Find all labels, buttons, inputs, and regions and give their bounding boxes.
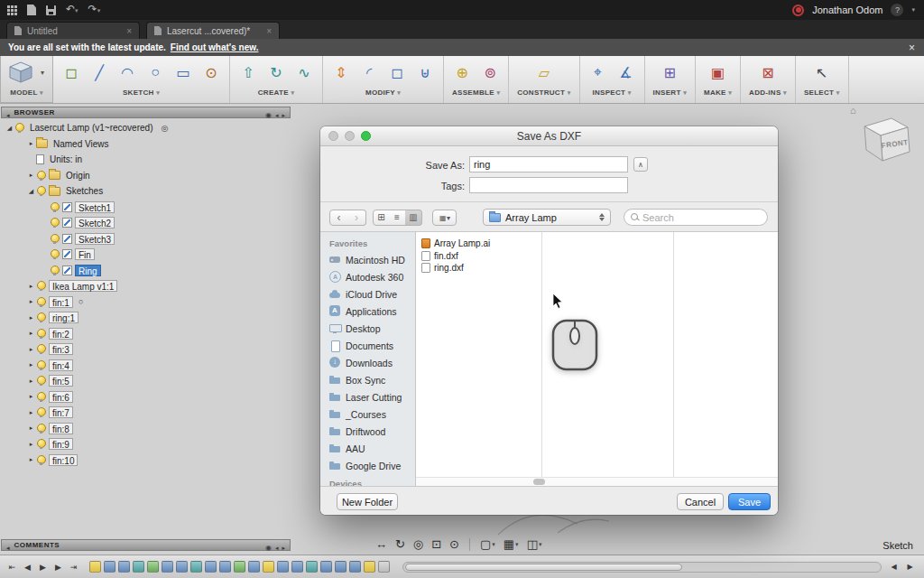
tree-expander-icon[interactable]: ▸ <box>26 378 36 385</box>
close-window-icon[interactable] <box>328 131 338 141</box>
construct-plane-icon[interactable]: ▱ <box>534 62 554 82</box>
sidebar-item-laser-cutting[interactable]: Laser Cutting <box>320 388 415 406</box>
close-tab-icon[interactable]: × <box>266 26 272 36</box>
ribbon-group-label-sketch[interactable]: SKETCH ▾ <box>123 89 160 97</box>
ribbon-group-label-create[interactable]: CREATE ▾ <box>258 89 294 97</box>
whats-new-link[interactable]: Find out what's new. <box>171 42 259 52</box>
tree-expander-icon[interactable]: ▸ <box>26 409 36 416</box>
viewcube-graphic[interactable]: FRONT <box>852 107 919 168</box>
record-indicator-icon[interactable] <box>792 5 804 16</box>
insert-mesh-icon[interactable]: ⊞ <box>660 62 679 82</box>
sidebar-item-courses[interactable]: _Courses <box>320 406 415 423</box>
tree-item-label[interactable]: fin:5 <box>49 375 73 387</box>
joint-icon[interactable]: ⊚ <box>480 62 500 82</box>
timeline-feature-icon[interactable] <box>118 561 130 573</box>
tree-expander-icon[interactable]: ▸ <box>26 456 36 463</box>
dropdown-arrow-icon[interactable]: ▾ <box>41 69 44 77</box>
undo-button[interactable]: ↶▾ <box>66 0 79 21</box>
close-tab-icon[interactable]: × <box>126 26 132 36</box>
tree-item-label[interactable]: fin:4 <box>49 359 73 371</box>
timeline-feature-icon[interactable] <box>349 561 361 573</box>
minimize-window-icon[interactable] <box>345 131 355 141</box>
sidebar-item-autodesk-360[interactable]: Autodesk 360 <box>320 268 415 285</box>
browser-row-fin-3[interactable]: ▸fin:3 <box>1 341 304 358</box>
timeline-feature-icon[interactable] <box>133 561 144 573</box>
timeline-feature-icon[interactable] <box>89 561 101 573</box>
orbit-button[interactable]: ↻ <box>393 536 408 552</box>
visibility-bulb-icon[interactable] <box>36 360 46 370</box>
timeline-feature-icon[interactable] <box>190 561 202 573</box>
browser-row-fin-8[interactable]: ▸fin:8 <box>1 421 304 437</box>
browser-row-sketch1[interactable]: Sketch1 <box>1 200 304 216</box>
tree-item-label[interactable]: Units: in <box>47 154 85 165</box>
tree-item-label[interactable]: Named Views <box>51 138 112 150</box>
browser-row-fin-1[interactable]: ▸fin:1○ <box>1 294 304 311</box>
tree-expander-icon[interactable]: ▸ <box>26 314 36 322</box>
browser-row-fin-4[interactable]: ▸fin:4 <box>1 358 304 374</box>
tree-expander-icon[interactable]: ▸ <box>26 330 36 337</box>
visibility-bulb-icon[interactable] <box>36 281 46 291</box>
browser-row-ikea-lamp-v1-1[interactable]: ▸Ikea Lamp v1:1 <box>1 278 304 294</box>
browser-row-ring[interactable]: Ring <box>1 263 304 279</box>
visibility-bulb-icon[interactable] <box>50 218 60 228</box>
sidebar-item-documents[interactable]: Documents <box>320 337 415 354</box>
display-settings-button[interactable]: ▢▾ <box>477 536 498 552</box>
help-icon[interactable]: ? <box>891 4 903 16</box>
tree-item-label[interactable]: fin:9 <box>49 438 73 450</box>
tree-item-label[interactable]: fin:8 <box>49 423 73 434</box>
sidebar-item-driftwood[interactable]: Driftwood <box>320 423 415 440</box>
comments-panel-header[interactable]: COMMENTS <box>1 539 291 551</box>
new-component-icon[interactable]: ⊕ <box>452 62 472 82</box>
panel-scroll-right-icon[interactable] <box>282 537 285 554</box>
visibility-bulb-icon[interactable] <box>50 202 60 212</box>
ribbon-group-label-insert[interactable]: INSERT ▾ <box>653 89 688 97</box>
tree-item-label[interactable]: fin:2 <box>49 328 73 340</box>
create-sketch-icon[interactable]: ◻ <box>61 62 81 82</box>
browser-row-units-in[interactable]: Units: in <box>1 152 304 168</box>
scrollbar-thumb[interactable] <box>533 479 545 485</box>
timeline-scroll-left-icon[interactable]: ◀ <box>887 560 901 573</box>
step-back-button[interactable]: ◀ <box>21 560 34 573</box>
user-account-button[interactable]: Jonathan Odom <box>812 5 882 15</box>
panel-scroll-left-icon[interactable] <box>275 537 279 554</box>
timeline-feature-icon[interactable] <box>263 561 274 573</box>
redo-button[interactable]: ↷▾ <box>88 0 101 21</box>
visibility-bulb-icon[interactable] <box>36 312 46 322</box>
ribbon-group-label-modify[interactable]: MODIFY ▾ <box>365 89 401 97</box>
sketch-rect-icon[interactable]: ▭ <box>173 62 193 82</box>
dialog-titlebar[interactable]: Save As DXF <box>320 126 778 146</box>
browser-row-origin[interactable]: ▸Origin <box>1 168 304 184</box>
back-button[interactable] <box>329 210 348 226</box>
tags-input[interactable] <box>469 177 628 193</box>
zoom-button[interactable]: ⊙ <box>447 536 462 552</box>
extrude-icon[interactable]: ⇧ <box>238 62 258 82</box>
go-to-end-button[interactable]: ⇥ <box>67 560 80 573</box>
browser-row-fin-10[interactable]: ▸fin:10 <box>1 452 304 469</box>
ribbon-group-label-make[interactable]: MAKE ▾ <box>704 89 732 97</box>
visibility-bulb-icon[interactable] <box>36 297 46 307</box>
press-pull-icon[interactable]: ⇕ <box>331 62 351 82</box>
file-row-array-lamp-ai[interactable]: Array Lamp.ai <box>416 238 778 250</box>
tree-expander-icon[interactable]: ▸ <box>26 172 36 179</box>
visibility-bulb-icon[interactable] <box>36 407 46 417</box>
browser-row-ring-1[interactable]: ▸ring:1 <box>1 310 304 326</box>
tree-expander-icon[interactable]: ▸ <box>26 361 36 368</box>
browser-row-named-views[interactable]: ▸Named Views <box>1 136 304 153</box>
expand-dialog-icon[interactable] <box>633 157 648 172</box>
timeline-feature-icon[interactable] <box>205 561 217 573</box>
play-button[interactable]: ▶ <box>36 560 50 573</box>
sweep-icon[interactable]: ∿ <box>294 62 314 82</box>
new-document-icon[interactable] <box>27 5 36 15</box>
save-button[interactable]: Save <box>728 493 771 510</box>
new-folder-button[interactable]: New Folder <box>337 493 398 510</box>
panel-scroll-right-icon[interactable] <box>282 105 285 121</box>
tree-item-label[interactable]: fin:1 <box>49 296 73 308</box>
forward-button[interactable] <box>347 210 366 226</box>
tree-item-label[interactable]: Origin <box>63 170 93 182</box>
search-input[interactable] <box>642 212 767 223</box>
tree-expander-icon[interactable]: ▸ <box>26 140 36 147</box>
browser-row-fin-5[interactable]: ▸fin:5 <box>1 373 304 389</box>
timeline-feature-icon[interactable] <box>277 561 289 573</box>
column-view-button[interactable] <box>405 210 422 226</box>
panel-scroll-left-icon[interactable] <box>275 105 279 121</box>
